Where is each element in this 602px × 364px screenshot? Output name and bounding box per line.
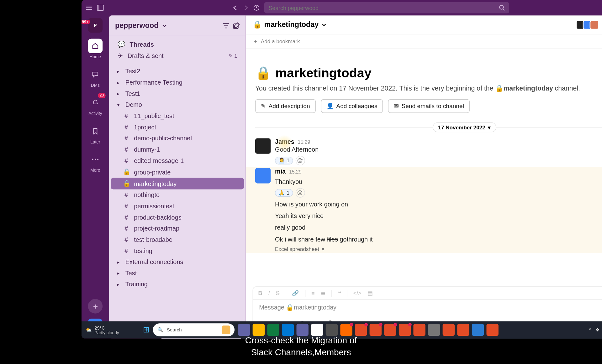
taskbar-app[interactable] <box>355 324 367 336</box>
svg-point-9 <box>97 159 98 160</box>
hash-icon: # <box>123 124 130 131</box>
rail-activity[interactable]: 23 Activity <box>82 94 109 118</box>
taskbar-app[interactable] <box>326 324 338 336</box>
message-row: mia 15:29 Thankyou 🙏1 How is your work g… <box>246 167 602 253</box>
sidebar-channel[interactable]: #edited-message-1 <box>111 155 244 166</box>
taskbar-app[interactable] <box>457 324 469 336</box>
workspace-header[interactable]: pepperwood <box>109 15 246 36</box>
message-text: How is your work going on <box>275 200 602 209</box>
add-bookmark-button[interactable]: Add a bookmark <box>261 39 300 44</box>
taskbar-app[interactable] <box>238 324 250 336</box>
code-icon[interactable]: </> <box>353 290 362 296</box>
sidebar-section[interactable]: ▸Test2 <box>111 66 244 77</box>
sidebar-channel[interactable]: #testing <box>111 245 244 257</box>
sidebar-channel[interactable]: 🔒marketingtoday <box>111 178 244 190</box>
sidebar-channel[interactable]: #demo-public-channel <box>111 133 244 144</box>
link-icon[interactable]: 🔗 <box>292 290 299 296</box>
sidebar-section[interactable]: ▸Test <box>111 268 244 279</box>
rail-label: Later <box>90 140 100 144</box>
weather-widget[interactable]: ⛅ 29°C Partly cloudy <box>86 325 119 335</box>
send-emails-button[interactable]: ✉Send emails to channel <box>388 99 470 113</box>
add-colleagues-button[interactable]: 👤Add colleagues <box>321 99 383 113</box>
sidebar-channel[interactable]: #test-broadabc <box>111 234 244 245</box>
taskbar-app[interactable] <box>341 324 352 336</box>
filter-icon[interactable] <box>223 23 230 29</box>
ordered-list-icon[interactable]: ≡ <box>311 290 314 296</box>
taskbar-app[interactable] <box>414 324 425 336</box>
history-icon[interactable] <box>253 4 260 11</box>
taskbar-app[interactable] <box>297 324 309 336</box>
add-reaction-button[interactable] <box>295 188 305 198</box>
sidebar-channel[interactable]: #product-backlogs <box>111 212 244 223</box>
bullet-list-icon[interactable]: ≣ <box>321 290 325 296</box>
taskbar-app[interactable] <box>487 324 499 336</box>
reaction-chip[interactable]: 👩‍💼1 <box>275 157 293 164</box>
sidebar-channel[interactable]: 🔒group-private <box>111 166 244 178</box>
italic-icon[interactable]: I <box>268 290 270 296</box>
plus-icon[interactable]: ＋ <box>253 38 258 45</box>
message-author[interactable]: mia <box>275 168 286 175</box>
message-author[interactable]: James <box>275 138 294 145</box>
composer-input[interactable]: Message 🔒marketingtoday <box>253 300 602 316</box>
tray-overflow-icon[interactable]: ^ <box>589 327 591 332</box>
sidebar-channel[interactable]: #11_public_test <box>111 110 244 122</box>
windows-start-icon[interactable]: ⊞ <box>143 325 150 335</box>
member-count-button[interactable]: 3 <box>576 20 602 29</box>
taskbar-app[interactable] <box>311 324 323 336</box>
file-attachment-label[interactable]: Excel spreadsheet▾ <box>275 246 602 252</box>
avatar[interactable] <box>255 138 271 153</box>
sidebar-threads[interactable]: 💬Threads <box>111 39 244 50</box>
back-icon[interactable] <box>232 5 238 11</box>
taskbar-app[interactable] <box>282 324 294 336</box>
hamburger-icon[interactable] <box>86 6 92 10</box>
sidebar-channel[interactable]: #project-roadmap <box>111 223 244 234</box>
message-timestamp[interactable]: 15:29 <box>298 140 310 145</box>
taskbar-app[interactable] <box>267 324 279 336</box>
message-timestamp[interactable]: 15:29 <box>289 169 301 174</box>
sidebar-section[interactable]: ▸Training <box>111 279 244 290</box>
windows-search[interactable]: 🔍 Search <box>153 323 235 336</box>
reaction-chip[interactable]: 🙏1 <box>275 189 293 197</box>
global-search[interactable] <box>264 2 509 13</box>
taskbar-app[interactable] <box>253 324 265 336</box>
rail-more[interactable]: More <box>82 150 109 174</box>
quote-icon[interactable]: ❝ <box>338 290 341 296</box>
add-description-button[interactable]: ✎Add description <box>255 99 316 113</box>
channel-title-button[interactable]: 🔒 marketingtoday <box>253 20 326 29</box>
sidebar-drafts[interactable]: ✈Drafts & sent✎ 1 <box>111 50 244 61</box>
taskbar-app[interactable] <box>428 324 440 336</box>
caret-icon: ▸ <box>116 69 121 74</box>
sidebar-channel[interactable]: #nothingto <box>111 190 244 201</box>
create-new-button[interactable]: ＋ <box>88 299 103 314</box>
sidebar-toggle-icon[interactable] <box>97 5 104 11</box>
forward-icon[interactable] <box>243 5 249 11</box>
sidebar-channel[interactable]: #1project <box>111 122 244 133</box>
sidebar-section[interactable]: ▸Performance Testing <box>111 77 244 88</box>
avatar[interactable] <box>255 168 271 183</box>
taskbar-app[interactable] <box>472 324 484 336</box>
taskbar-app[interactable] <box>384 324 396 336</box>
hash-icon: # <box>123 236 130 243</box>
taskbar-app[interactable] <box>370 324 382 336</box>
sidebar-channel[interactable]: #dummy-1 <box>111 144 244 155</box>
lock-icon: 🔒 <box>123 180 130 187</box>
copilot-icon[interactable]: ❖ <box>595 327 600 333</box>
search-input[interactable] <box>268 4 495 11</box>
rail-dms[interactable]: DMs <box>82 65 109 89</box>
sidebar-section[interactable]: ▸External connections <box>111 256 244 268</box>
rail-home[interactable]: Home <box>82 37 109 61</box>
bold-icon[interactable]: B <box>258 290 262 296</box>
add-reaction-button[interactable] <box>295 156 305 165</box>
sidebar-section[interactable]: ▾Demo <box>111 99 244 111</box>
strike-icon[interactable]: S <box>276 290 280 296</box>
taskbar-app[interactable] <box>443 324 455 336</box>
compose-icon[interactable] <box>233 22 240 29</box>
codeblock-icon[interactable]: ▤ <box>367 290 372 296</box>
sidebar-section[interactable]: ▸Test1 <box>111 88 244 99</box>
date-chip[interactable]: 17 November 2022▾ <box>433 122 497 133</box>
sidebar-channel[interactable]: #permissiontest <box>111 200 244 212</box>
rail-later[interactable]: Later <box>82 122 109 146</box>
hash-icon: # <box>123 157 130 164</box>
workspace-switcher[interactable]: 99+ P <box>88 18 103 33</box>
taskbar-app[interactable] <box>399 324 411 336</box>
